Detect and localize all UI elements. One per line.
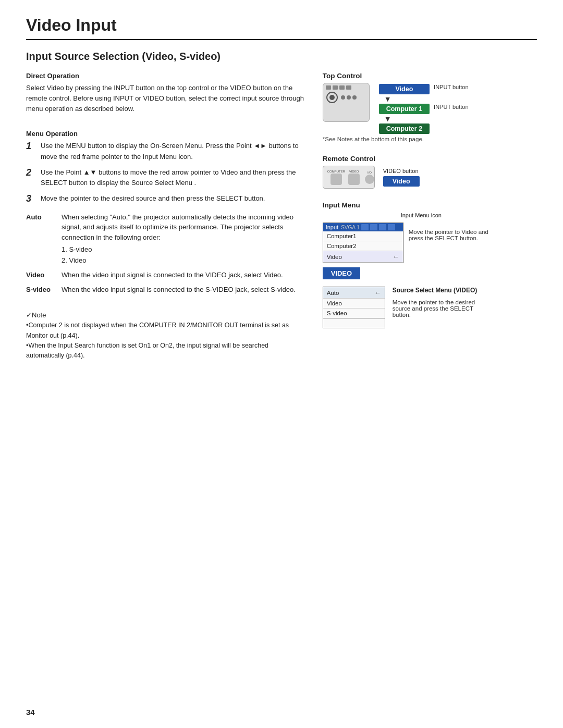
- controller-image: [323, 83, 370, 125]
- input-menu-title: Input Menu: [323, 201, 537, 209]
- seq-with-labels: Video ▼ Computer 1 ▼ Computer 2 INPUT bu…: [379, 83, 469, 134]
- input-menu-header: Input SVGA 1: [323, 223, 403, 231]
- left-column: Direct Operation Select Video by pressin…: [26, 72, 307, 361]
- input-menu-box-wrapper: Input SVGA 1 Computer1 Comput: [323, 223, 403, 263]
- page-number: 34: [26, 708, 35, 717]
- direct-operation-text: Select Video by pressing the INPUT butto…: [26, 83, 307, 114]
- computer1-input-box: Computer 1: [379, 104, 430, 114]
- top-control-title: Top Control: [323, 72, 537, 80]
- remote-btn-computer: [331, 174, 342, 185]
- input-menu-row-video-text: Video: [327, 254, 342, 260]
- input-menu-area: Input Menu Input Menu icon Input SVGA 1: [323, 201, 537, 328]
- step-2-text: Use the Point ▲▼ buttons to move the red…: [41, 167, 307, 188]
- auto-desc: When selecting "Auto," the projector aut…: [62, 212, 307, 266]
- page-title: Video Input: [26, 16, 537, 40]
- input-menu-diagram-row: Input SVGA 1 Computer1 Comput: [323, 223, 537, 263]
- top-control-block: Top Control: [323, 72, 537, 142]
- list-item: 2 Use the Point ▲▼ buttons to move the r…: [26, 167, 307, 188]
- controller-body: [323, 83, 370, 122]
- source-select-box-wrapper: Auto ← Video S-video: [323, 287, 385, 328]
- remote-video-box: Video: [383, 176, 420, 187]
- auto-term-row: Auto When selecting "Auto," the projecto…: [26, 212, 307, 266]
- auto-label: Auto: [26, 212, 54, 266]
- ctrl-dot: [341, 95, 345, 100]
- video-button-label: VIDEO button: [383, 168, 420, 174]
- small-icon-box-1: [361, 224, 369, 230]
- source-auto-text: Auto: [327, 290, 339, 296]
- menu-operation-section: Menu Operation 1 Use the MENU button to …: [26, 130, 307, 294]
- arrow-right-auto: ←: [374, 289, 381, 297]
- source-menu-right: Source Select Menu (VIDEO) Move the poin…: [393, 287, 478, 318]
- ctrl-circle: [326, 92, 338, 103]
- svideo-desc: When the video input signal is connected…: [62, 285, 307, 295]
- small-icon-box-3: [379, 224, 386, 230]
- small-icon-box-2: [370, 224, 377, 230]
- ctrl-btn: [346, 85, 351, 90]
- icon-label-row: Input Menu icon: [323, 212, 537, 218]
- list-num-2: 2: [26, 167, 35, 188]
- numbered-list: 1 Use the MENU button to display the On-…: [26, 141, 307, 204]
- list-item: 1. S-video: [62, 244, 307, 255]
- input-menu-label-block: Move the pointer to Video and press the …: [409, 229, 492, 241]
- section-heading: Input Source Selection (Video, S-video): [26, 51, 537, 63]
- ctrl-dots: [341, 95, 357, 100]
- ctrl-dot: [352, 95, 357, 100]
- source-select-row-svideo: S-video: [323, 309, 385, 318]
- input-menu-row-video: Video ←: [323, 251, 403, 263]
- input-sequence: Video ▼ Computer 1 ▼ Computer 2: [379, 84, 430, 134]
- list-num-1: 1: [26, 141, 35, 162]
- term-table: Auto When selecting "Auto," the projecto…: [26, 212, 307, 295]
- source-select-row-auto: Auto ←: [323, 287, 385, 299]
- input-menu-header-right: SVGA 1: [341, 224, 395, 230]
- remote-label-video: VIDEO: [349, 170, 359, 173]
- remote-label-computer: COMPUTER: [327, 170, 345, 173]
- source-menu-title: Source Select Menu (VIDEO): [393, 287, 478, 294]
- step-3-text: Move the pointer to the desired source a…: [41, 193, 265, 205]
- video-desc: When the video input signal is connected…: [62, 270, 307, 280]
- video-big-label: VIDEO: [323, 267, 360, 279]
- source-select-bottom: [323, 318, 385, 328]
- note-item-1: •Computer 2 is not displayed when the CO…: [26, 320, 307, 341]
- input-menu-header-text: Input: [326, 224, 338, 230]
- small-icon-box-4: [388, 224, 395, 230]
- list-item: 1 Use the MENU button to display the On-…: [26, 141, 307, 162]
- remote-btn-io: [365, 175, 374, 184]
- right-column: Top Control: [323, 72, 537, 361]
- input-menu-icon-label: Input Menu icon: [401, 212, 442, 218]
- input-menu-row-computer2: Computer2: [323, 241, 403, 251]
- remote-area: COMPUTER VIDEO I/O VIDEO but: [323, 166, 537, 189]
- input-btn-label-bottom: INPUT button: [434, 104, 468, 110]
- auto-sub-list: 1. S-video 2. Video: [62, 244, 307, 265]
- top-control-note: *See Notes at the bottom of this page.: [323, 136, 537, 142]
- ctrl-dot: [347, 95, 351, 100]
- input-btn-annotations: INPUT button INPUT button: [434, 84, 468, 110]
- list-item: 2. Video: [62, 255, 307, 266]
- top-control-area: Video ▼ Computer 1 ▼ Computer 2 INPUT bu…: [323, 83, 537, 134]
- svideo-term-row: S-video When the video input signal is c…: [26, 285, 307, 295]
- remote-label-io: I/O: [368, 171, 372, 174]
- direct-operation-block: Direct Operation Select Video by pressin…: [26, 72, 307, 114]
- source-menu-area: Auto ← Video S-video Source Select Menu …: [323, 287, 537, 328]
- source-select-box: Auto ← Video S-video: [323, 287, 385, 328]
- ctrl-btn: [326, 85, 331, 90]
- arrow-down-1: ▼: [379, 95, 430, 103]
- remote-control-title: Remote Control: [323, 155, 537, 163]
- direct-operation-label: Direct Operation: [26, 72, 307, 80]
- input-btn-label-top: INPUT button: [434, 84, 468, 90]
- remote-body: COMPUTER VIDEO I/O: [323, 166, 375, 189]
- notes-title: ✓Note: [26, 310, 307, 320]
- computer2-input-box: Computer 2: [379, 124, 430, 134]
- video-label: Video: [26, 270, 54, 280]
- ctrl-btn: [339, 85, 345, 90]
- input-menu-svga: SVGA 1: [341, 225, 360, 230]
- ctrl-btn: [333, 85, 338, 90]
- remote-btn-video: [348, 174, 360, 185]
- notes-section: ✓Note •Computer 2 is not displayed when …: [26, 310, 307, 361]
- note-item-2: •When the Input Search function is set O…: [26, 341, 307, 361]
- ctrl-circle-inner: [329, 95, 335, 100]
- arrow-right-icon: ←: [393, 253, 399, 261]
- video-input-box: Video: [379, 84, 430, 94]
- source-select-row-video: Video: [323, 299, 385, 309]
- menu-operation-label: Menu Operation: [26, 130, 307, 138]
- arrow-down-2: ▼: [379, 115, 430, 122]
